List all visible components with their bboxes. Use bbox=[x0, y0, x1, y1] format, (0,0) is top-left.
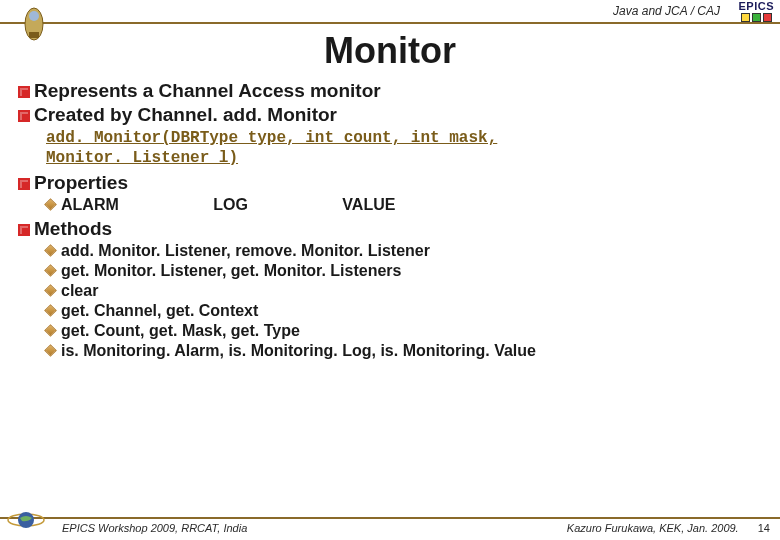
method-get-channel-context: get. Channel, get. Context bbox=[46, 302, 762, 320]
slide-header: Java and JCA / CAJ EPICS bbox=[0, 0, 780, 24]
epics-logo-text: EPICS bbox=[738, 0, 774, 12]
bullet-properties: Properties bbox=[18, 172, 762, 194]
red-square-bullet-icon bbox=[18, 224, 30, 236]
method-clear: clear bbox=[46, 282, 762, 300]
diamond-bullet-icon bbox=[44, 264, 57, 277]
header-emblem-icon bbox=[14, 4, 54, 44]
diamond-bullet-icon bbox=[44, 304, 57, 317]
bullet-created-by: Created by Channel. add. Monitor bbox=[18, 104, 762, 126]
diamond-bullet-icon bbox=[44, 344, 57, 357]
diamond-bullet-icon bbox=[44, 324, 57, 337]
slide-footer: EPICS Workshop 2009, RRCAT, India Kazuro… bbox=[0, 517, 780, 534]
red-square-bullet-icon bbox=[18, 86, 30, 98]
method-add-remove-listener: add. Monitor. Listener, remove. Monitor.… bbox=[46, 242, 762, 260]
slide-content: Represents a Channel Access monitor Crea… bbox=[0, 80, 780, 360]
properties-row: ALARM LOG VALUE bbox=[46, 196, 762, 214]
epics-squares-icon bbox=[738, 13, 774, 22]
header-subject: Java and JCA / CAJ bbox=[613, 4, 720, 18]
diamond-bullet-icon bbox=[44, 284, 57, 297]
red-square-bullet-icon bbox=[18, 178, 30, 190]
footer-right-text: Kazuro Furukawa, KEK, Jan. 2009. bbox=[567, 522, 739, 534]
method-get-listener: get. Monitor. Listener, get. Monitor. Li… bbox=[46, 262, 762, 280]
method-get-count-mask-type: get. Count, get. Mask, get. Type bbox=[46, 322, 762, 340]
diamond-bullet-icon bbox=[44, 198, 57, 211]
code-signature-line2: Monitor. Listener l) bbox=[46, 148, 762, 168]
footer-globe-icon bbox=[6, 508, 46, 532]
bullet-represents: Represents a Channel Access monitor bbox=[18, 80, 762, 102]
code-signature-line1: add. Monitor(DBRType type, int count, in… bbox=[46, 128, 762, 148]
footer-left-text: EPICS Workshop 2009, RRCAT, India bbox=[62, 522, 247, 534]
svg-rect-2 bbox=[29, 32, 39, 38]
page-number: 14 bbox=[758, 522, 770, 534]
slide-title: Monitor bbox=[0, 30, 780, 72]
svg-point-1 bbox=[29, 11, 39, 21]
epics-logo: EPICS bbox=[738, 0, 774, 22]
method-is-monitoring: is. Monitoring. Alarm, is. Monitoring. L… bbox=[46, 342, 762, 360]
diamond-bullet-icon bbox=[44, 244, 57, 257]
red-square-bullet-icon bbox=[18, 110, 30, 122]
bullet-methods: Methods bbox=[18, 218, 762, 240]
